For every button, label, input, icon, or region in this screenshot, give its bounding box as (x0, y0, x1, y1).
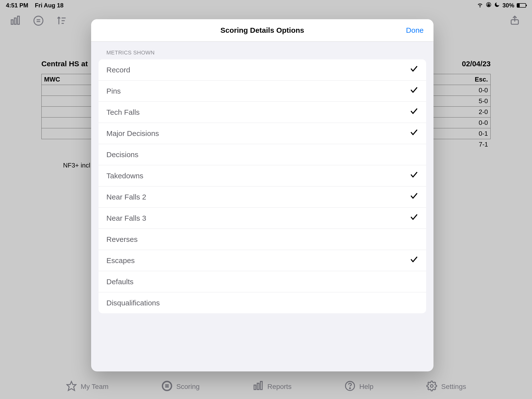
metric-option[interactable]: Tech Falls (99, 102, 426, 123)
done-button[interactable]: Done (406, 26, 424, 34)
checkmark-icon (410, 171, 418, 181)
metric-label: Tech Falls (106, 108, 140, 116)
checkmark-icon (410, 128, 418, 138)
metric-option[interactable]: Near Falls 3 (99, 208, 426, 229)
metric-label: Defaults (106, 278, 133, 286)
metric-option[interactable]: Escapes (99, 250, 426, 271)
metric-label: Reverses (106, 235, 138, 244)
checkmark-icon (410, 192, 418, 202)
checkmark-icon (410, 213, 418, 223)
metric-option[interactable]: Decisions (99, 144, 426, 165)
metric-option[interactable]: Near Falls 2 (99, 186, 426, 208)
metric-label: Decisions (106, 150, 138, 159)
metric-option[interactable]: Takedowns (99, 165, 426, 186)
checkmark-icon (410, 107, 418, 117)
modal-title: Scoring Details Options (91, 26, 433, 34)
modal-header: Scoring Details Options Done (91, 19, 433, 42)
metric-label: Near Falls 3 (106, 214, 146, 222)
metric-option[interactable]: Defaults (99, 271, 426, 292)
metric-label: Escapes (106, 256, 135, 265)
metric-label: Record (106, 66, 130, 74)
metric-label: Near Falls 2 (106, 193, 146, 201)
metrics-option-list: RecordPinsTech FallsMajor DecisionsDecis… (99, 59, 426, 313)
metric-label: Disqualifications (106, 299, 160, 307)
metrics-shown-header: METRICS SHOWN (91, 42, 433, 59)
metric-label: Major Decisions (106, 129, 159, 138)
metric-label: Takedowns (106, 172, 143, 180)
metric-option[interactable]: Reverses (99, 229, 426, 250)
checkmark-icon (410, 86, 418, 96)
metric-option[interactable]: Record (99, 59, 426, 81)
metric-option[interactable]: Major Decisions (99, 123, 426, 144)
metric-label: Pins (106, 87, 121, 95)
scoring-options-modal: Scoring Details Options Done METRICS SHO… (91, 19, 433, 371)
checkmark-icon (410, 255, 418, 266)
metric-option[interactable]: Disqualifications (99, 292, 426, 313)
checkmark-icon (410, 65, 418, 75)
metric-option[interactable]: Pins (99, 81, 426, 102)
